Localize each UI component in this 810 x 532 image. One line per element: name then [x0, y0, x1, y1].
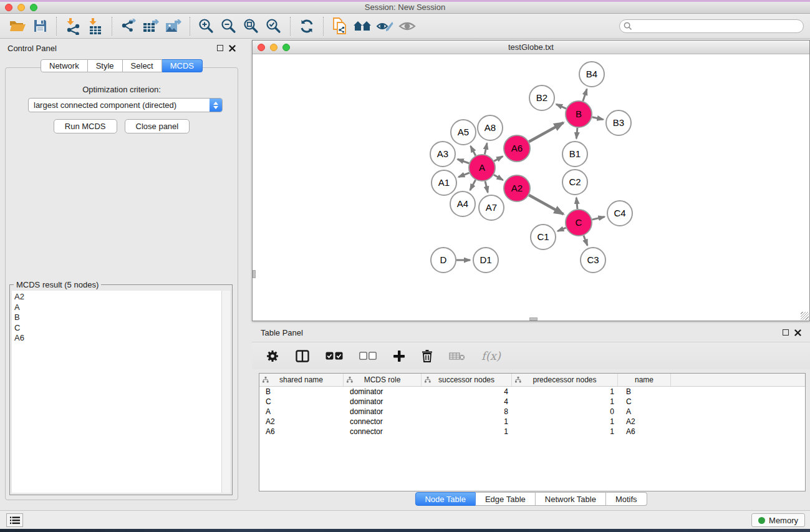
column-header-name[interactable]: name — [618, 374, 671, 386]
search-box[interactable] — [619, 19, 804, 33]
cell-successor-nodes[interactable]: 4 — [422, 387, 512, 396]
cell-predecessor-nodes[interactable]: 1 — [512, 427, 618, 436]
criterion-dropdown[interactable]: largest connected component (directed) — [28, 98, 223, 112]
cell-shared-name[interactable]: C — [259, 397, 344, 406]
cell-predecessor-nodes[interactable]: 1 — [512, 397, 618, 406]
zoom-selected-icon[interactable] — [263, 16, 285, 36]
network-vertical-scrollbar[interactable] — [253, 270, 256, 278]
cell-name[interactable]: A2 — [618, 417, 671, 426]
edge-A-A2[interactable] — [494, 175, 503, 180]
mcds-result-item[interactable]: C — [12, 323, 221, 334]
table-row[interactable]: Adominator80A — [259, 407, 805, 417]
column-header-MCDS-role[interactable]: MCDS role — [344, 374, 422, 386]
tab-network[interactable]: Network — [41, 59, 88, 72]
search-input[interactable] — [632, 22, 799, 31]
window-resize-grip[interactable] — [801, 312, 809, 320]
float-panel-icon[interactable] — [217, 45, 223, 51]
table-row[interactable]: Bdominator41B — [259, 387, 805, 397]
network-window-titlebar[interactable]: testGlobe.txt — [253, 41, 809, 54]
select-all-icon[interactable] — [325, 352, 343, 360]
cell-shared-name[interactable]: A6 — [259, 427, 344, 436]
cell-predecessor-nodes[interactable]: 1 — [512, 387, 618, 396]
cell-name[interactable]: A6 — [618, 427, 671, 436]
cell-predecessor-nodes[interactable]: 1 — [512, 417, 618, 426]
cell-successor-nodes[interactable]: 1 — [422, 417, 512, 426]
edge-C-C3[interactable] — [584, 236, 587, 246]
memory-button[interactable]: Memory — [751, 513, 805, 527]
column-header-successor-nodes[interactable]: successor nodes — [422, 374, 512, 386]
mcds-result-item[interactable]: A2 — [12, 292, 221, 302]
edge-B-B3[interactable] — [592, 117, 603, 120]
close-panel-button[interactable]: Close panel — [125, 119, 190, 133]
column-header-predecessor-nodes[interactable]: predecessor nodes — [512, 374, 618, 386]
table-settings-icon[interactable] — [266, 349, 279, 363]
import-network-icon[interactable] — [62, 16, 84, 36]
delete-table-icon[interactable] — [449, 352, 465, 360]
save-session-icon[interactable] — [29, 16, 51, 36]
open-session-icon[interactable] — [6, 16, 29, 36]
cell-successor-nodes[interactable]: 4 — [422, 397, 512, 406]
tab-mcds[interactable]: MCDS — [162, 59, 203, 72]
close-panel-icon[interactable] — [229, 45, 236, 52]
cell-successor-nodes[interactable]: 8 — [422, 407, 512, 416]
network-canvas[interactable]: B4B2BB3A8A5A6A3B1AA1C2A2A4A7C4CC1C3DD1 — [253, 54, 809, 321]
add-entry-icon[interactable] — [393, 350, 405, 362]
cell-MCDS-role[interactable]: dominator — [344, 397, 422, 406]
toggle-graphics-details-icon[interactable] — [374, 16, 396, 36]
clone-network-icon[interactable] — [329, 16, 351, 36]
edge-A-A1[interactable] — [458, 173, 469, 177]
cell-shared-name[interactable]: A — [259, 407, 344, 416]
tab-node-table[interactable]: Node Table — [415, 492, 476, 506]
export-network-icon[interactable] — [117, 16, 140, 36]
table-float-panel-icon[interactable] — [783, 329, 789, 336]
edge-C-C4[interactable] — [592, 217, 604, 220]
cell-predecessor-nodes[interactable]: 0 — [512, 407, 618, 416]
edge-A-A5[interactable] — [471, 146, 476, 155]
table-row[interactable]: A2connector11A2 — [259, 417, 805, 427]
tab-select[interactable]: Select — [123, 59, 162, 72]
edge-C-C1[interactable] — [557, 228, 566, 231]
edge-A-A3[interactable] — [458, 159, 470, 163]
tab-edge-table[interactable]: Edge Table — [476, 492, 536, 506]
cell-MCDS-role[interactable]: connector — [344, 427, 422, 436]
show-columns-icon[interactable] — [296, 350, 309, 362]
edge-A-A6[interactable] — [494, 157, 503, 162]
cell-MCDS-role[interactable]: connector — [344, 417, 422, 426]
edge-B-B2[interactable] — [556, 104, 566, 109]
edge-B-B4[interactable] — [583, 89, 587, 101]
edge-A-A8[interactable] — [485, 143, 487, 154]
deselect-all-icon[interactable] — [359, 352, 377, 360]
cell-name[interactable]: A — [618, 407, 671, 416]
run-mcds-button[interactable]: Run MCDS — [54, 119, 117, 133]
edge-C-C2[interactable] — [576, 198, 577, 209]
edge-B-B1[interactable] — [576, 128, 577, 138]
cell-name[interactable]: B — [618, 387, 671, 396]
tab-motifs[interactable]: Motifs — [606, 492, 647, 506]
task-history-button[interactable] — [6, 513, 23, 527]
cell-shared-name[interactable]: B — [259, 387, 344, 396]
table-row[interactable]: Cdominator41C — [259, 397, 805, 407]
cell-MCDS-role[interactable]: dominator — [344, 407, 422, 416]
refresh-icon[interactable] — [296, 16, 318, 36]
edge-A-A4[interactable] — [470, 180, 476, 190]
mcds-result-item[interactable]: B — [12, 312, 221, 323]
cell-shared-name[interactable]: A2 — [259, 417, 344, 426]
home-view-icon[interactable] — [351, 16, 374, 36]
mcds-result-item[interactable]: A — [12, 302, 221, 313]
zoom-in-icon[interactable] — [195, 16, 218, 36]
network-horizontal-scrollbar[interactable] — [529, 317, 538, 321]
function-builder-icon[interactable]: f(x) — [481, 349, 501, 362]
zoom-out-icon[interactable] — [218, 16, 240, 36]
column-header-shared-name[interactable]: shared name — [259, 374, 344, 386]
tab-network-table[interactable]: Network Table — [536, 492, 606, 506]
zoom-fit-content-icon[interactable] — [240, 16, 263, 36]
edge-A6-B[interactable] — [529, 123, 563, 142]
cell-successor-nodes[interactable]: 1 — [422, 427, 512, 436]
table-close-panel-icon[interactable] — [794, 329, 801, 336]
mcds-result-item[interactable]: A6 — [12, 333, 221, 344]
tab-style[interactable]: Style — [88, 59, 123, 72]
import-table-icon[interactable] — [84, 16, 107, 36]
cell-MCDS-role[interactable]: dominator — [344, 387, 422, 396]
table-row[interactable]: A6connector11A6 — [259, 427, 805, 437]
export-table-icon[interactable] — [140, 16, 162, 36]
